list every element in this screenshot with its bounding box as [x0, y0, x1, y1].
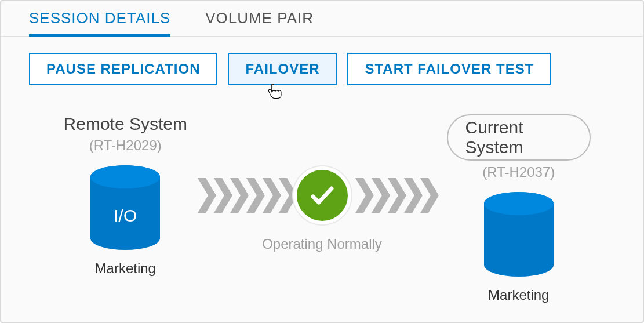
- current-system-title: Current System: [447, 114, 591, 161]
- flow-chevrons: [198, 166, 447, 224]
- io-label: I/O: [88, 206, 163, 226]
- systems-row: Remote System (RT-H2029) I/O Marketing: [1, 85, 643, 303]
- tab-volume-pair[interactable]: VOLUME PAIR: [205, 1, 314, 36]
- svg-point-3: [90, 165, 160, 188]
- current-volume-icon: [481, 191, 556, 278]
- remote-system-title: Remote System: [64, 114, 187, 134]
- status-ok-icon: [293, 166, 351, 224]
- svg-point-7: [484, 192, 554, 215]
- svg-point-2: [90, 227, 160, 250]
- remote-volume-name: Marketing: [95, 260, 156, 277]
- status-text: Operating Normally: [262, 236, 382, 252]
- remote-system-id: (RT-H2029): [89, 137, 162, 154]
- replication-flow: Operating Normally: [198, 166, 447, 252]
- current-system: Current System (RT-H2037) Marketing: [447, 114, 591, 303]
- session-panel: SESSION DETAILS VOLUME PAIR PAUSE REPLIC…: [0, 0, 644, 323]
- start-failover-test-button[interactable]: START FAILOVER TEST: [347, 53, 551, 85]
- current-system-id: (RT-H2037): [482, 164, 555, 180]
- remote-volume-icon: I/O: [88, 164, 163, 251]
- tab-bar: SESSION DETAILS VOLUME PAIR: [1, 1, 643, 37]
- pause-replication-button[interactable]: PAUSE REPLICATION: [29, 53, 217, 85]
- remote-system: Remote System (RT-H2029) I/O Marketing: [53, 114, 198, 277]
- svg-point-6: [484, 253, 554, 277]
- action-bar: PAUSE REPLICATION FAILOVER START FAILOVE…: [1, 37, 643, 85]
- tab-session-details[interactable]: SESSION DETAILS: [29, 1, 170, 37]
- failover-button[interactable]: FAILOVER: [228, 53, 337, 85]
- current-volume-name: Marketing: [488, 287, 549, 303]
